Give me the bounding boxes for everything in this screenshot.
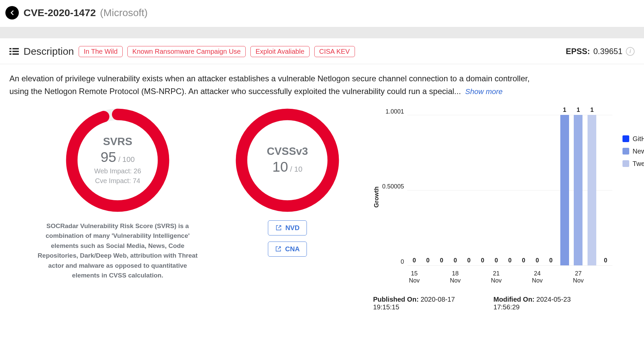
svrs-gauge: SVRS 95 / 100 Web Impact: 26 Cve Impact:… xyxy=(66,108,170,212)
y-axis-ticks: 1.0001 0.50005 0 xyxy=(382,108,407,286)
charts-row: SVRS 95 / 100 Web Impact: 26 Cve Impact:… xyxy=(0,101,644,314)
legend-label: Tweets xyxy=(633,160,644,168)
bar-slot: 0 xyxy=(407,115,421,265)
x-tick xyxy=(517,265,530,286)
svrs-cve-impact-value: 74 xyxy=(133,177,140,184)
x-tick xyxy=(503,265,517,286)
bar-value-label: 0 xyxy=(508,257,512,264)
bar-value-label: 0 xyxy=(522,257,525,264)
svrs-web-impact-label: Web Impact: xyxy=(94,167,132,175)
bar-slot: 0 xyxy=(421,115,435,265)
bar-slot: 1 xyxy=(558,115,571,265)
bar-value-label: 0 xyxy=(494,257,498,264)
bar-value-label: 0 xyxy=(549,257,553,264)
modified-on: Modified On: 2024-05-23 17:56:29 xyxy=(493,296,593,311)
x-tick xyxy=(599,265,612,286)
bar-value-label: 1 xyxy=(563,106,566,114)
y-tick: 0.50005 xyxy=(382,183,404,190)
bar-slot: 0 xyxy=(448,115,462,265)
separator-strip xyxy=(0,27,644,38)
svg-rect-4 xyxy=(9,53,11,55)
legend-label: GitHub xyxy=(633,135,644,143)
x-tick: 21 Nov xyxy=(489,265,503,286)
svrs-score-max: / 100 xyxy=(118,155,135,164)
bar-slot: 0 xyxy=(544,115,558,265)
epss-value: 0.39651 xyxy=(593,47,622,56)
bar-slot: 1 xyxy=(571,115,585,265)
y-tick: 0 xyxy=(382,258,404,265)
x-axis-ticks: 15 Nov18 Nov21 Nov24 Nov27 Nov xyxy=(407,265,612,286)
cvss-title: CVSSv3 xyxy=(267,145,308,158)
bar-slot: 0 xyxy=(530,115,544,265)
svrs-title: SVRS xyxy=(103,135,132,148)
cna-link-button[interactable]: CNA xyxy=(268,242,307,257)
y-axis-title: Growth xyxy=(373,186,380,208)
tag-in-the-wild[interactable]: In The Wild xyxy=(79,46,123,57)
info-icon[interactable]: i xyxy=(626,47,635,56)
bar-slot: 0 xyxy=(517,115,530,265)
bar-value-label: 1 xyxy=(590,106,594,114)
svrs-web-impact: Web Impact: 26 xyxy=(94,167,141,175)
bar-value-label: 0 xyxy=(440,257,443,264)
legend-item-tweets: Tweets xyxy=(622,160,644,168)
description-text-block: An elevation of privilege vulnerability … xyxy=(0,64,545,101)
bar-value-label: 0 xyxy=(426,257,430,264)
svrs-score: 95 xyxy=(100,149,116,165)
cvss-gauge-column: CVSSv3 10 / 10 NVD CNA xyxy=(235,108,339,257)
svg-rect-2 xyxy=(9,51,11,52)
back-button[interactable] xyxy=(5,6,19,19)
bar xyxy=(588,115,596,265)
published-on: Published On: 2020-08-17 19:15:15 xyxy=(373,296,477,311)
bar-slot: 0 xyxy=(476,115,489,265)
x-tick xyxy=(544,265,558,286)
cvss-score-max: / 10 xyxy=(290,165,303,174)
external-link-icon xyxy=(275,224,282,231)
x-tick: 27 Nov xyxy=(571,265,585,286)
cve-vendor: (Microsoft) xyxy=(100,7,148,18)
bar-value-label: 0 xyxy=(467,257,471,264)
x-tick xyxy=(421,265,435,286)
x-tick: 15 Nov xyxy=(407,265,421,286)
bar-slot: 0 xyxy=(599,115,612,265)
bar-value-label: 0 xyxy=(412,257,416,264)
bar-value-label: 1 xyxy=(576,106,580,114)
bar xyxy=(560,115,569,265)
svg-rect-5 xyxy=(12,53,19,55)
cve-id: CVE-2020-1472 xyxy=(24,7,96,18)
bar xyxy=(574,115,582,265)
svrs-caption: SOCRadar Vulnerability Risk Score (SVRS)… xyxy=(34,221,202,280)
description-header-left: Description In The Wild Known Ransomware… xyxy=(9,46,355,57)
legend-label: News xyxy=(633,147,644,155)
x-tick xyxy=(435,265,448,286)
epss-score: EPSS: 0.39651 i xyxy=(566,47,635,56)
plot-area: 000000000001110 15 Nov18 Nov21 Nov24 Nov… xyxy=(407,108,612,286)
legend-swatch xyxy=(622,148,629,155)
description-header-row: Description In The Wild Known Ransomware… xyxy=(0,38,644,64)
tag-exploit[interactable]: Exploit Avaliable xyxy=(250,46,309,57)
x-tick xyxy=(585,265,599,286)
x-tick xyxy=(558,265,571,286)
svrs-web-impact-value: 26 xyxy=(134,167,141,175)
x-tick xyxy=(462,265,476,286)
cvss-gauge: CVSSv3 10 / 10 xyxy=(235,108,339,212)
modified-label: Modified On: xyxy=(493,296,534,303)
arrow-left-icon xyxy=(8,9,16,16)
show-more-link[interactable]: Show more xyxy=(465,87,502,96)
svrs-cve-impact-label: Cve Impact: xyxy=(95,177,131,184)
svrs-cve-impact: Cve Impact: 74 xyxy=(95,177,140,185)
external-link-icon xyxy=(275,246,282,252)
bar-value-label: 0 xyxy=(604,257,607,264)
bar-slot: 0 xyxy=(503,115,517,265)
bar-slot: 0 xyxy=(435,115,448,265)
growth-bar-chart: Growth 1.0001 0.50005 0 000000000001110 … xyxy=(373,108,644,314)
meta-dates-row: Published On: 2020-08-17 19:15:15 Modifi… xyxy=(373,286,644,314)
tag-ransomware[interactable]: Known Ransomware Campaign Use xyxy=(127,46,246,57)
bar-value-label: 0 xyxy=(453,257,457,264)
bars-container: 000000000001110 xyxy=(407,115,612,265)
tag-cisa-kev[interactable]: CISA KEV xyxy=(314,46,355,57)
legend-item-github: GitHub xyxy=(622,135,644,143)
x-tick xyxy=(476,265,489,286)
nvd-link-button[interactable]: NVD xyxy=(268,220,307,235)
svg-rect-0 xyxy=(9,48,11,49)
legend-swatch xyxy=(622,135,629,142)
